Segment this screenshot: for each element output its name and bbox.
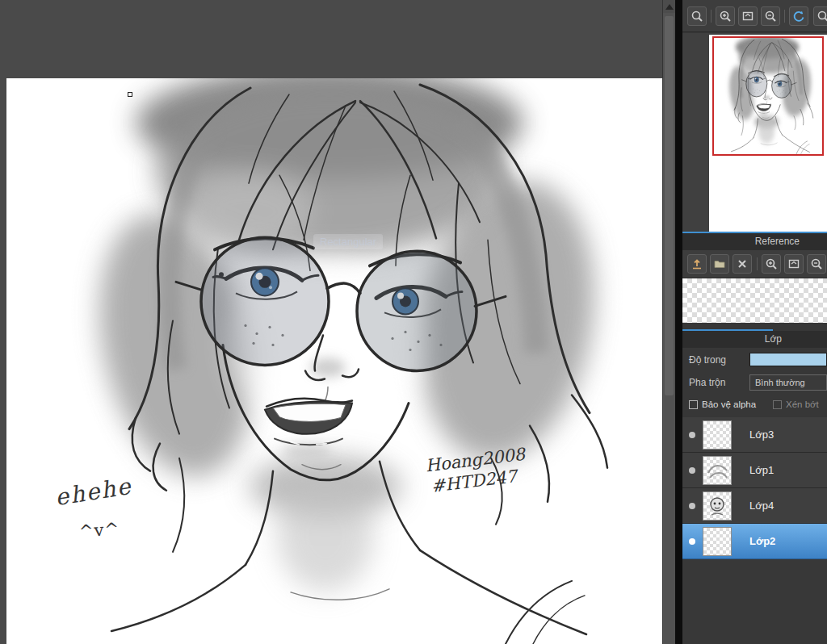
layer-thumbnail — [703, 456, 732, 485]
scroll-up-button[interactable] — [663, 0, 675, 13]
reference-toolbar — [682, 250, 827, 278]
toolbar-separator — [784, 10, 785, 23]
layer-row-lop4[interactable]: Lớp4 — [682, 488, 827, 524]
checkbox-icon — [773, 400, 782, 409]
right-panel: Reference — [682, 0, 827, 644]
layer-row-lop3[interactable]: Lớp3 — [682, 417, 827, 453]
protect-alpha-checkbox[interactable]: Bảo vệ alpha — [689, 399, 756, 409]
sketch-thumbnail-icon — [703, 457, 731, 484]
canvas-area: Rectangular ehehe ^v^ Hoang2008 #HTD247 — [0, 0, 675, 644]
reference-zoom-in-button[interactable] — [762, 254, 781, 274]
layer-row-lop2-selected[interactable]: Lớp2 — [682, 524, 827, 559]
toolbar-separator — [757, 257, 758, 270]
blend-label: Pha trộn — [689, 377, 725, 388]
layer-name: Lớp4 — [749, 500, 774, 512]
opacity-label: Độ trong — [689, 354, 726, 366]
reference-zoom-out-button[interactable] — [807, 254, 826, 274]
reference-clear-button[interactable] — [733, 254, 752, 274]
reference-open-folder-button[interactable] — [710, 254, 729, 274]
reset-rotate-icon — [792, 10, 805, 23]
fit-screen-icon — [741, 10, 754, 23]
canvas-vertical-scrollbar[interactable] — [662, 0, 675, 644]
magnifier-icon — [817, 10, 827, 23]
protect-alpha-label: Bảo vệ alpha — [702, 399, 756, 409]
blend-row: Pha trộn Bình thường — [682, 372, 827, 394]
fit-screen-icon — [787, 257, 800, 270]
blend-mode-dropdown[interactable]: Bình thường — [749, 374, 827, 391]
portrait-artwork — [6, 78, 662, 644]
reference-panel-header[interactable]: Reference — [682, 233, 827, 250]
reset-view-button[interactable] — [789, 6, 808, 26]
zoom-in-icon — [765, 257, 778, 270]
zoom-tool-button[interactable] — [687, 6, 707, 26]
layer-panel-header[interactable]: Lớp — [682, 331, 827, 348]
layer-name: Lớp3 — [749, 429, 774, 441]
layer-visibility-icon[interactable] — [689, 432, 695, 438]
face-thumbnail-icon — [703, 492, 731, 520]
scrollbar-thumb[interactable] — [665, 16, 674, 395]
zoom-out-button[interactable] — [761, 6, 780, 26]
layer-name: Lớp1 — [749, 464, 774, 476]
magnifier-icon — [691, 10, 703, 23]
navigator-toolbar — [682, 0, 827, 32]
zoom-out-icon — [764, 10, 777, 23]
navigator-page — [709, 35, 827, 232]
layer-thumbnail — [703, 491, 732, 521]
opacity-slider-fill — [750, 353, 826, 366]
navigator-thumbnail — [714, 38, 822, 154]
reference-upload-button[interactable] — [687, 254, 707, 274]
app-window: Rectangular ehehe ^v^ Hoang2008 #HTD247 — [0, 0, 827, 644]
layer-thumbnail — [703, 420, 732, 450]
layer-list: Lớp3 Lớp1 — [682, 417, 827, 644]
checkbox-icon — [689, 400, 698, 409]
toolbar-separator — [711, 10, 712, 23]
zoom-in-icon — [719, 10, 732, 23]
clipping-label: Xén bớt — [786, 399, 819, 409]
more-tools-button[interactable] — [813, 6, 827, 26]
clipping-checkbox[interactable]: Xén bớt — [773, 399, 819, 409]
zoom-in-button[interactable] — [716, 6, 735, 26]
layer-options-row: Bảo vệ alpha Xén bớt — [682, 395, 827, 415]
navigator-panel — [682, 33, 827, 232]
tool-hint-toast: Rectangular — [313, 234, 383, 249]
reference-empty-area[interactable] — [682, 278, 827, 323]
zoom-out-icon — [810, 257, 823, 270]
handwritten-cat-face: ^v^ — [78, 519, 120, 541]
opacity-slider[interactable] — [749, 353, 827, 366]
layer-thumbnail — [703, 527, 732, 556]
fit-screen-button[interactable] — [738, 6, 758, 26]
opacity-row: Độ trong — [682, 349, 827, 371]
arrow-up-icon — [665, 4, 674, 10]
upload-icon — [691, 257, 703, 270]
layer-name: Lớp2 — [749, 535, 775, 547]
brush-cursor — [128, 92, 132, 97]
layer-visibility-icon[interactable] — [689, 467, 695, 474]
folder-icon — [713, 257, 726, 270]
layer-visibility-icon[interactable] — [689, 503, 695, 509]
layer-row-lop1[interactable]: Lớp1 — [682, 453, 827, 488]
layer-visibility-icon[interactable] — [689, 538, 695, 545]
navigator-viewport[interactable] — [712, 36, 824, 156]
drawing-canvas[interactable]: Rectangular ehehe ^v^ Hoang2008 #HTD247 — [6, 78, 662, 644]
reference-fit-button[interactable] — [784, 254, 804, 274]
close-icon — [736, 257, 749, 270]
